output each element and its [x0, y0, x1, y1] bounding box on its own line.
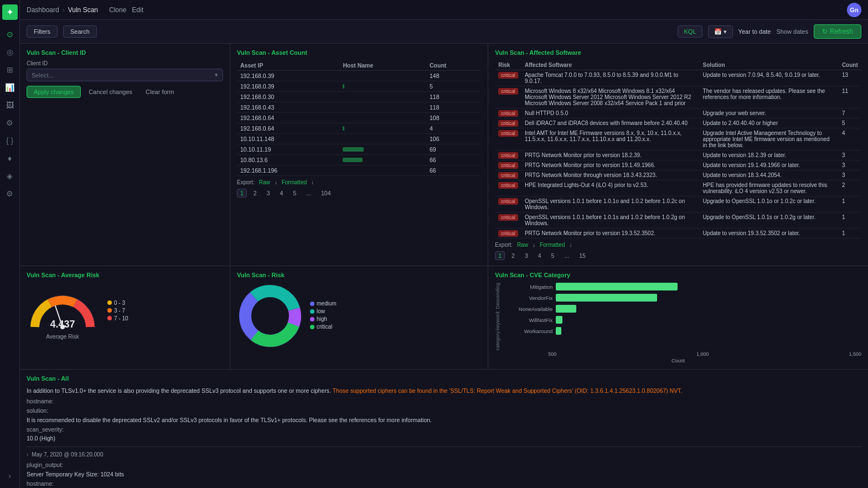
gauge-value: 4.437: [50, 319, 75, 330]
col-risk: Risk: [495, 60, 521, 70]
sidebar-icon-apm[interactable]: ◈: [2, 168, 18, 184]
sidebar-icon-monitoring[interactable]: ♦: [2, 150, 18, 166]
sidebar-icon-ml[interactable]: ⚙: [2, 115, 18, 131]
clear-form-button[interactable]: Clear form: [140, 86, 179, 97]
affected-count: 1: [839, 196, 861, 212]
breadcrumb-dashboard[interactable]: Dashboard: [27, 6, 59, 14]
affected-software-text: PRTG Network Monitor through version 18.…: [521, 170, 700, 180]
asset-count: 69: [426, 144, 481, 155]
panel-asset-title: Vuln Scan - Asset Count: [237, 49, 481, 56]
asset-table-row: 192.168.0.39 5: [237, 81, 481, 92]
page-btn[interactable]: 3: [264, 189, 273, 198]
affected-risk: critical: [495, 150, 521, 160]
asset-ip: 10.80.13.6: [237, 155, 339, 165]
app-logo[interactable]: ✦: [2, 4, 18, 20]
page-btn[interactable]: 3: [521, 251, 531, 260]
breadcrumb-sep: ›: [63, 6, 65, 14]
vuln-scan-severity-label-1: scan_severity:: [27, 425, 861, 434]
page-btn[interactable]: 5: [290, 189, 299, 198]
asset-ip: 10.10.11.148: [237, 134, 339, 144]
sidebar-icon-home[interactable]: ⊙: [2, 27, 18, 42]
date-range-label: Year to date: [738, 28, 771, 35]
kql-button[interactable]: KQL: [678, 25, 702, 38]
cve-bar: [556, 294, 657, 302]
asset-table-row: 10.80.13.6 66: [237, 155, 481, 165]
pie-legend: medium low high critical: [310, 300, 337, 331]
affected-software-text: Microsoft Windows 8 x32/x64 Microsoft Wi…: [521, 86, 700, 108]
cve-bar-label: VendorFix: [503, 295, 552, 301]
asset-host: [339, 92, 426, 102]
page-btn[interactable]: ...: [303, 189, 314, 198]
gauge-legend: 0 - 3 3 - 7 7 - 10: [107, 300, 128, 323]
calendar-button[interactable]: 📅 ▾: [708, 25, 733, 38]
panel-vuln-all: Vuln Scan - All In addition to TLSv1.0+ …: [20, 370, 868, 488]
vuln-all-content: In addition to TLSv1.0+ the service is a…: [27, 386, 861, 488]
page-btn[interactable]: 4: [277, 189, 287, 198]
page-btn[interactable]: 1: [495, 251, 505, 260]
edit-link[interactable]: Edit: [132, 6, 143, 14]
page-btn[interactable]: ...: [561, 251, 572, 260]
gauge-chart: 4.437: [27, 283, 99, 333]
chevron-down-icon: ▾: [215, 71, 218, 79]
page-btn[interactable]: 15: [576, 251, 589, 260]
page-btn[interactable]: 104: [318, 189, 334, 198]
asset-export-raw[interactable]: Raw: [259, 179, 270, 185]
client-id-field: Client ID Select... ▾: [27, 60, 223, 81]
form-actions: Apply changes Cancel changes Clear form: [27, 86, 223, 98]
sidebar-icon-canvas[interactable]: 🖼: [2, 97, 18, 113]
sidebar-icon-collapse[interactable]: ›: [2, 468, 18, 484]
affected-solution: Upgrade your web server.: [700, 108, 839, 118]
sidebar-icon-dev[interactable]: { }: [2, 133, 18, 148]
asset-table: Asset IP Host Name Count 192.168.0.39 14…: [237, 60, 481, 176]
panel-risk-title: Vuln Scan - Risk: [237, 272, 481, 278]
affected-table-row: critical Null HTTPD 0.5.0 Upgrade your w…: [495, 108, 861, 118]
sidebar-icon-discover[interactable]: ◎: [2, 44, 18, 60]
affected-risk: critical: [495, 196, 521, 212]
affected-count: 2: [839, 180, 861, 196]
client-id-select[interactable]: Select... ▾: [27, 69, 223, 81]
cve-bar: [556, 283, 678, 290]
affected-count: 3: [839, 150, 861, 160]
sidebar-icon-settings[interactable]: ⚙: [2, 186, 18, 201]
filters-button[interactable]: Filters: [27, 25, 58, 38]
affected-count: 5: [839, 118, 861, 128]
select-placeholder: Select...: [32, 72, 54, 79]
affected-export-raw[interactable]: Raw: [517, 242, 528, 248]
apply-changes-button[interactable]: Apply changes: [27, 86, 81, 98]
affected-solution: Update to version 19.1.49.1966 or later.: [700, 160, 839, 170]
affected-table-row: critical Intel AMT for Intel ME Firmware…: [495, 128, 861, 150]
refresh-button[interactable]: ↻ Refresh: [814, 24, 861, 39]
sidebar: ✦ ⊙ ◎ ⊞ 📊 🖼 ⚙ { } ♦ ◈ ⚙ ›: [0, 0, 20, 488]
affected-solution: Upgrade to OpenSSL 1.0.1o or 1.0.2c or l…: [700, 196, 839, 212]
affected-solution: Update to 2.40.40.40 or higher: [700, 118, 839, 128]
panel-average-risk: Vuln Scan - Average Risk: [20, 266, 230, 369]
asset-table-row: 192.168.0.30 118: [237, 92, 481, 102]
sidebar-icon-dashboard[interactable]: ⊞: [2, 62, 18, 77]
col-affected-software: Affected Software: [521, 60, 700, 70]
panel-affected-title: Vuln Scan - Affected Software: [495, 49, 861, 56]
page-btn[interactable]: 2: [250, 189, 260, 198]
search-button[interactable]: Search: [63, 25, 97, 38]
sidebar-icon-visualize[interactable]: 📊: [2, 80, 18, 95]
page-btn[interactable]: 4: [535, 251, 545, 260]
clone-link[interactable]: Clone: [109, 6, 126, 14]
panel-vuln-all-title: Vuln Scan - All: [27, 375, 861, 382]
page-btn[interactable]: 5: [548, 251, 558, 260]
svg-point-6: [254, 299, 287, 333]
affected-solution: Upgrade Intel Active Management Technolo…: [700, 128, 839, 150]
page-btn[interactable]: 2: [508, 251, 518, 260]
cve-bar-chart: Mitigation VendorFix NoneAvailable WillN…: [503, 283, 861, 350]
affected-table: Risk Affected Software Solution Count cr…: [495, 60, 861, 238]
affected-software-text: Null HTTPD 0.5.0: [521, 108, 700, 118]
show-dates-button[interactable]: Show dates: [776, 28, 808, 35]
page-btn[interactable]: 1: [237, 189, 247, 198]
chevron-right-icon[interactable]: ›: [27, 450, 28, 459]
asset-export-formatted[interactable]: Formatted: [282, 179, 307, 185]
cancel-changes-button[interactable]: Cancel changes: [83, 86, 138, 97]
cve-bar-row: VendorFix: [503, 294, 861, 302]
affected-risk: critical: [495, 108, 521, 118]
affected-export-formatted[interactable]: Formatted: [540, 242, 565, 248]
asset-host: [339, 144, 426, 155]
vuln-text-1: In addition to TLSv1.0+ the service is a…: [27, 386, 861, 396]
asset-ip: 192.168.0.30: [237, 92, 339, 102]
